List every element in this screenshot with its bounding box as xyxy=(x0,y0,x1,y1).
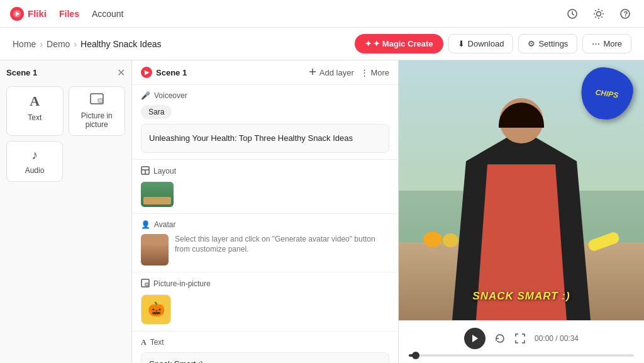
scene-more-button[interactable]: ⋮ More xyxy=(360,68,389,77)
layer-type-grid: A Text Picture in picture xyxy=(6,86,125,136)
scene-header-actions: Add layer ⋮ More xyxy=(308,67,389,78)
breadcrumb-sep-1: › xyxy=(40,39,43,49)
main-layout: Scene 1 ✕ A Text Picture in picture ♪ Au… xyxy=(0,60,644,363)
top-navigation: Fliki Files Account ? xyxy=(0,0,644,28)
controls-buttons-row: 00:00 / 00:34 xyxy=(409,328,634,349)
toolbar-actions: ✦ ✦ Magic Create ⬇ Download ⚙ Settings ⋯… xyxy=(355,34,631,53)
scene-header: ▶ Scene 1 Add layer ⋮ More xyxy=(132,60,398,85)
logo-text: Fliki xyxy=(28,8,47,19)
svg-line-9 xyxy=(601,16,602,17)
layout-label: Layout xyxy=(153,167,176,176)
preview-panel: CHIPS SNACK SMART :) 00:00 / xyxy=(399,60,644,363)
text-section: A Text Snack Smart :) xyxy=(132,332,398,364)
add-layer-icon xyxy=(308,67,317,78)
magic-create-button[interactable]: ✦ ✦ Magic Create xyxy=(355,34,443,53)
progress-thumb[interactable] xyxy=(412,352,419,359)
layer-type-text[interactable]: A Text xyxy=(6,86,64,136)
breadcrumb: Home › Demo › Healthy Snack Ideas xyxy=(13,39,350,49)
layout-section: Layout xyxy=(132,160,398,214)
breadcrumb-current: Healthy Snack Ideas xyxy=(80,39,161,49)
breadcrumb-home[interactable]: Home xyxy=(13,39,36,49)
scene-title: Scene 1 xyxy=(156,68,187,77)
scene-play-icon: ▶ xyxy=(141,67,152,78)
add-layer-button[interactable]: Add layer xyxy=(308,67,354,78)
voiceover-text[interactable]: Unleashing Your Health: Top Three Health… xyxy=(141,124,389,153)
magic-create-icon: ✦ xyxy=(365,39,372,48)
settings-icon: ⚙ xyxy=(528,39,535,48)
text-section-icon: A xyxy=(141,338,147,347)
settings-label: Settings xyxy=(538,39,568,48)
sidebar-header: Scene 1 ✕ xyxy=(6,67,125,79)
pip-header: Picture-in-picture xyxy=(141,279,389,289)
pip-type-label: Picture in picture xyxy=(74,111,120,129)
download-button[interactable]: ⬇ Download xyxy=(448,34,514,53)
voiceover-section: 🎤 Voiceover Sara Unleashing Your Health:… xyxy=(132,85,398,160)
avatar-header: 👤 Avatar xyxy=(141,220,389,229)
history-icon[interactable] xyxy=(564,5,581,23)
voiceover-mic-icon: 🎤 xyxy=(141,91,150,100)
svg-text:?: ? xyxy=(624,10,628,18)
progress-fill xyxy=(409,354,416,357)
svg-marker-23 xyxy=(472,335,478,342)
avatar-row: Select this layer and click on "Generate… xyxy=(141,234,389,265)
voiceover-header: 🎤 Voiceover xyxy=(141,91,389,100)
sun-icon[interactable] xyxy=(590,5,608,23)
text-type-icon: A xyxy=(30,93,40,109)
pip-label: Picture-in-picture xyxy=(153,279,211,288)
pip-icon xyxy=(141,279,150,289)
text-type-label: Text xyxy=(28,113,42,122)
restart-button[interactable] xyxy=(494,333,506,344)
layout-header: Layout xyxy=(141,166,389,177)
scene-more-dots: ⋮ xyxy=(360,68,369,77)
voiceover-label: Voiceover xyxy=(154,91,187,100)
main-toolbar: Home › Demo › Healthy Snack Ideas ✦ ✦ Ma… xyxy=(0,28,644,60)
magic-create-label: ✦ Magic Create xyxy=(373,39,433,48)
speaker-chip[interactable]: Sara xyxy=(141,105,172,119)
overlay-text: SNACK SMART :) xyxy=(472,290,570,303)
scene-more-label: More xyxy=(370,68,389,77)
sidebar-close-button[interactable]: ✕ xyxy=(117,67,125,79)
download-icon: ⬇ xyxy=(458,39,465,48)
svg-point-3 xyxy=(597,11,601,16)
speaker-name: Sara xyxy=(148,108,164,116)
logo-icon xyxy=(10,7,24,21)
nav-right-icons: ? xyxy=(564,5,634,23)
chips-label: CHIPS xyxy=(595,87,619,99)
layer-type-pip[interactable]: Picture in picture xyxy=(69,86,126,136)
avatar-icon: 👤 xyxy=(141,220,150,229)
nav-account[interactable]: Account xyxy=(92,9,124,19)
layer-type-audio[interactable]: ♪ Audio xyxy=(6,141,63,182)
svg-line-8 xyxy=(595,10,596,11)
audio-type-icon: ♪ xyxy=(31,148,38,162)
left-sidebar: Scene 1 ✕ A Text Picture in picture ♪ Au… xyxy=(0,60,132,363)
audio-type-label: Audio xyxy=(25,166,45,175)
video-controls: 00:00 / 00:34 xyxy=(399,320,644,363)
progress-bar[interactable] xyxy=(409,354,634,357)
pip-emoji: 🎃 xyxy=(148,301,165,318)
nav-files[interactable]: Files xyxy=(59,9,79,19)
avatar-label: Avatar xyxy=(154,220,175,229)
time-display: 00:00 / 00:34 xyxy=(535,334,579,343)
fullscreen-button[interactable] xyxy=(514,333,526,344)
help-icon[interactable]: ? xyxy=(616,5,634,23)
text-section-label: Text xyxy=(150,338,164,347)
center-panel: ▶ Scene 1 Add layer ⋮ More 🎤 V xyxy=(132,60,399,363)
pip-type-icon xyxy=(90,93,104,108)
breadcrumb-demo[interactable]: Demo xyxy=(47,39,70,49)
more-label: More xyxy=(603,39,622,48)
app-logo[interactable]: Fliki xyxy=(10,7,47,21)
settings-button[interactable]: ⚙ Settings xyxy=(518,34,577,53)
avatar-hint-text: Select this layer and click on "Generate… xyxy=(175,234,389,255)
sidebar-title: Scene 1 xyxy=(6,68,37,77)
download-label: Download xyxy=(468,39,504,48)
text-value[interactable]: Snack Smart :) xyxy=(141,352,389,364)
play-button[interactable] xyxy=(464,328,486,349)
video-preview: CHIPS SNACK SMART :) xyxy=(399,60,644,320)
text-header: A Text xyxy=(141,338,389,347)
avatar-thumbnail[interactable] xyxy=(141,234,169,265)
pip-thumbnail[interactable]: 🎃 xyxy=(141,294,171,325)
svg-rect-22 xyxy=(145,283,148,286)
more-dots-icon: ⋯ xyxy=(592,39,600,48)
more-button[interactable]: ⋯ More xyxy=(582,34,631,53)
layout-thumbnail[interactable] xyxy=(141,182,174,207)
